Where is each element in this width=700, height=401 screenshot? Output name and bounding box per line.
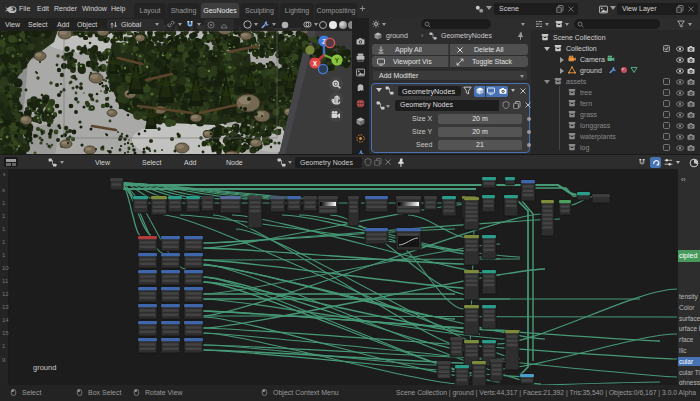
svg-text:Y: Y: [335, 57, 340, 64]
svg-text:X: X: [313, 60, 318, 67]
svg-text:ground: ground: [33, 363, 56, 372]
